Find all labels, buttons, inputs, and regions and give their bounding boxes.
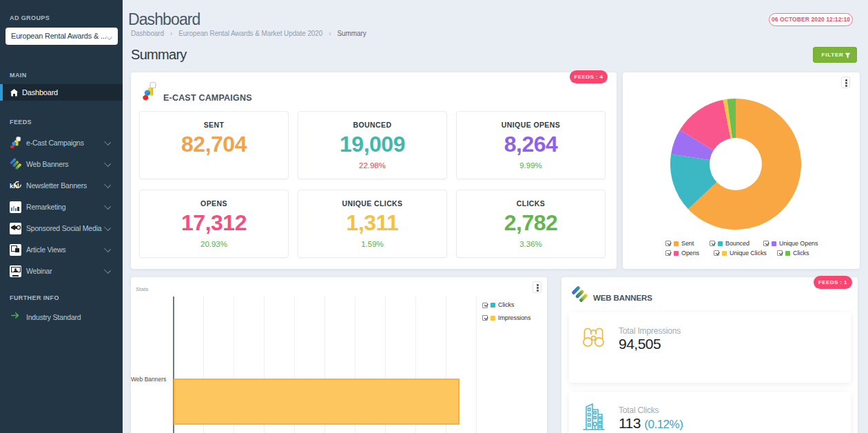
svg-text:khl: khl bbox=[10, 182, 19, 190]
